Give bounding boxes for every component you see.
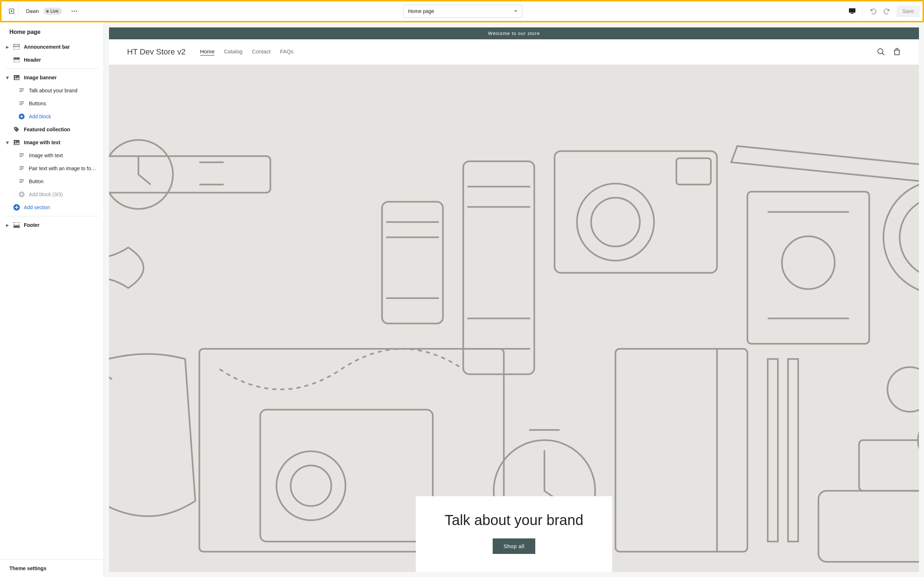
main-area: Home page ▸ Announcement bar Header ▾ [0, 23, 924, 577]
status-dot-icon [46, 10, 49, 13]
svg-point-35 [276, 451, 346, 520]
sidebar: Home page ▸ Announcement bar Header ▾ [0, 23, 104, 577]
add-section[interactable]: Add section [5, 201, 99, 214]
toolbar-center: Home page [80, 5, 846, 18]
tag-icon [13, 126, 20, 133]
svg-rect-24 [463, 161, 534, 374]
block-button[interactable]: Button [5, 175, 99, 188]
svg-point-13 [15, 128, 16, 129]
exit-icon [8, 8, 15, 15]
svg-point-41 [888, 367, 919, 412]
section-header[interactable]: Header [5, 53, 99, 66]
block-buttons[interactable]: Buttons [5, 97, 99, 110]
block-pair-text[interactable]: Pair text with an image to focu... [5, 162, 99, 175]
section-featured-collection[interactable]: Featured collection [5, 123, 99, 136]
site-preview: Welcome to our store HT Dev Store v2 Hom… [109, 27, 919, 572]
search-icon[interactable] [877, 48, 885, 56]
caret-right-icon: ▸ [5, 44, 10, 50]
toolbar-right: Save [846, 5, 920, 18]
text-icon [18, 165, 25, 172]
section-footer[interactable]: ▸ Footer [5, 219, 99, 232]
store-name[interactable]: HT Dev Store v2 [127, 47, 186, 56]
section-label: Footer [24, 222, 40, 228]
shop-all-button[interactable]: Shop all [493, 538, 535, 554]
block-talk-about-brand[interactable]: Talk about your brand [5, 84, 99, 97]
svg-rect-4 [849, 8, 855, 13]
svg-point-20 [878, 49, 883, 54]
svg-point-3 [76, 10, 77, 11]
image-icon [13, 74, 20, 81]
section-label: Announcement bar [24, 44, 70, 50]
svg-rect-5 [851, 13, 854, 14]
nav-home[interactable]: Home [200, 48, 215, 56]
theme-name: Dawn [26, 8, 39, 14]
svg-rect-28 [677, 158, 711, 185]
sidebar-title: Home page [0, 23, 103, 40]
announcement-bar[interactable]: Welcome to our store [109, 27, 919, 39]
toolbar-highlight: Dawn Live Home page [0, 0, 924, 23]
svg-rect-18 [14, 222, 19, 225]
svg-rect-39 [768, 359, 778, 541]
svg-rect-21 [109, 156, 270, 193]
hero-title: Talk about your brand [445, 512, 584, 528]
add-block-label: Add block [29, 114, 51, 119]
text-icon [18, 87, 25, 94]
svg-rect-6 [14, 44, 19, 46]
exit-button[interactable] [4, 4, 19, 18]
svg-rect-44 [819, 491, 919, 562]
text-icon [18, 152, 25, 159]
site-nav: Home Catalog Contact FAQs [200, 48, 294, 56]
svg-point-15 [15, 141, 16, 142]
undo-icon [869, 8, 876, 15]
svg-rect-40 [788, 359, 798, 541]
plus-circle-icon [18, 191, 25, 198]
viewport-button[interactable] [846, 5, 859, 18]
block-image-with-text[interactable]: Image with text [5, 149, 99, 162]
more-button[interactable] [69, 5, 80, 17]
add-block-image-with-text: Add block (3/3) [5, 188, 99, 201]
undo-button[interactable] [866, 5, 879, 18]
section-image-with-text[interactable]: ▾ Image with text [5, 136, 99, 149]
add-block-image-banner[interactable]: Add block [5, 110, 99, 123]
svg-rect-38 [615, 349, 748, 551]
save-button[interactable]: Save [897, 5, 920, 17]
svg-rect-7 [14, 47, 19, 49]
svg-point-2 [74, 10, 75, 11]
sidebar-body: ▸ Announcement bar Header ▾ Image [0, 40, 103, 559]
caret-down-icon: ▾ [5, 75, 10, 81]
svg-point-27 [591, 198, 640, 246]
svg-point-30 [782, 236, 835, 289]
redo-button[interactable] [881, 5, 894, 18]
svg-rect-8 [14, 58, 19, 59]
block-label: Button [29, 179, 43, 184]
add-section-label: Add section [24, 205, 50, 210]
footer-icon [13, 221, 20, 229]
cart-icon[interactable] [893, 48, 901, 56]
theme-settings[interactable]: Theme settings [0, 559, 103, 577]
hero-card: Talk about your brand Shop all [416, 496, 612, 572]
divider [5, 216, 99, 216]
block-label: Pair text with an image to focu... [29, 166, 99, 171]
section-announcement-bar[interactable]: ▸ Announcement bar [5, 40, 99, 53]
site-header: HT Dev Store v2 Home Catalog Contact FAQ… [109, 39, 919, 65]
section-label: Image banner [24, 75, 57, 81]
caret-down-icon: ▾ [5, 140, 10, 145]
svg-point-31 [884, 181, 919, 294]
svg-point-32 [900, 197, 919, 278]
svg-point-26 [577, 184, 654, 261]
nav-catalog[interactable]: Catalog [224, 48, 242, 56]
nav-faqs[interactable]: FAQs [280, 48, 294, 56]
svg-point-11 [15, 76, 16, 77]
block-label: Buttons [29, 101, 46, 106]
block-label: Image with text [29, 153, 63, 158]
hero-banner[interactable]: Talk about your brand Shop all [109, 65, 919, 572]
caret-down-icon [514, 10, 518, 12]
redo-icon [884, 8, 891, 15]
page-selector[interactable]: Home page [403, 5, 522, 18]
add-block-label: Add block (3/3) [29, 192, 63, 197]
svg-rect-34 [260, 410, 433, 542]
section-image-banner[interactable]: ▾ Image banner [5, 71, 99, 84]
nav-contact[interactable]: Contact [252, 48, 271, 56]
svg-point-22 [109, 140, 173, 209]
page-selector-label: Home page [408, 8, 434, 14]
